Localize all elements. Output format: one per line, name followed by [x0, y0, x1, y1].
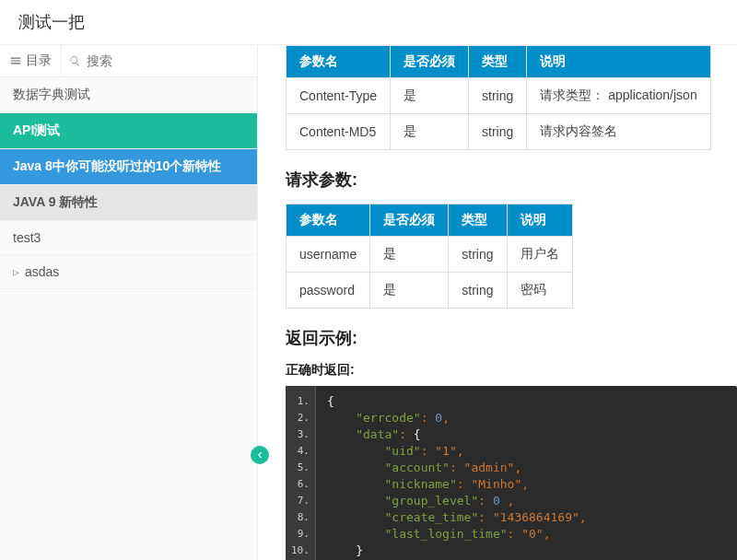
table-cell: Content-Type	[287, 78, 391, 114]
table-cell: Content-MD5	[287, 114, 391, 150]
table-cell: username	[287, 237, 370, 273]
table-header-cell: 说明	[507, 204, 572, 237]
table-cell: 密码	[507, 273, 572, 309]
line-numbers: 1.2.3.4.5.6.7.8.9.10.11.	[286, 386, 316, 560]
table-header-cell: 参数名	[287, 46, 391, 78]
return-example-heading: 返回示例:	[286, 327, 737, 349]
table-cell: string	[469, 78, 527, 114]
sidebar-item-3[interactable]: JAVA 9 新特性	[0, 185, 257, 221]
table-header-cell: 类型	[469, 46, 527, 78]
page-title: 测试一把	[0, 0, 737, 45]
search-input[interactable]	[87, 53, 250, 68]
params-table: 参数名是否必须类型说明 username是string用户名password是s…	[286, 204, 573, 309]
table-header-cell: 说明	[527, 46, 710, 78]
table-header-cell: 参数名	[287, 204, 370, 237]
table-cell: 请求类型： application/json	[527, 78, 710, 114]
sidebar-toolbar: 目录	[0, 45, 257, 77]
table-cell: password	[287, 273, 370, 309]
table-cell: string	[449, 237, 507, 273]
table-cell: string	[469, 114, 527, 150]
sidebar-item-1[interactable]: API测试	[0, 113, 257, 149]
search-icon	[69, 54, 81, 67]
code-block: 1.2.3.4.5.6.7.8.9.10.11. { "errcode": 0,…	[286, 386, 737, 560]
sidebar-item-5[interactable]: asdas	[0, 255, 257, 289]
chevron-left-icon	[255, 450, 264, 460]
table-cell: 是	[370, 273, 449, 309]
table-cell: 是	[391, 114, 469, 150]
search-wrap	[62, 48, 257, 74]
table-cell: string	[449, 273, 507, 309]
sidebar-item-2[interactable]: Java 8中你可能没听过的10个新特性	[0, 149, 257, 185]
table-cell: 是	[370, 237, 449, 273]
table-row: password是string密码	[287, 273, 573, 309]
table-header-cell: 是否必须	[370, 204, 449, 237]
headers-table: 参数名是否必须类型说明 Content-Type是string请求类型： app…	[286, 45, 711, 150]
content-area: 参数名是否必须类型说明 Content-Type是string请求类型： app…	[258, 45, 737, 560]
table-cell: 用户名	[507, 237, 572, 273]
correct-return-label: 正确时返回:	[286, 362, 737, 379]
code-content: { "errcode": 0, "data": { "uid": "1", "a…	[316, 386, 598, 560]
table-row: username是string用户名	[287, 237, 573, 273]
table-row: Content-MD5是string请求内容签名	[287, 114, 711, 150]
toc-label: 目录	[26, 52, 52, 69]
table-row: Content-Type是string请求类型： application/jso…	[287, 78, 711, 114]
sidebar-collapse-button[interactable]	[251, 446, 269, 464]
sidebar: 目录 数据字典测试API测试Java 8中你可能没听过的10个新特性JAVA 9…	[0, 45, 258, 560]
main-layout: 目录 数据字典测试API测试Java 8中你可能没听过的10个新特性JAVA 9…	[0, 45, 737, 560]
nav-list: 数据字典测试API测试Java 8中你可能没听过的10个新特性JAVA 9 新特…	[0, 77, 257, 289]
request-params-heading: 请求参数:	[286, 169, 737, 191]
menu-icon	[9, 54, 22, 67]
toc-button[interactable]: 目录	[0, 45, 62, 76]
sidebar-item-4[interactable]: test3	[0, 221, 257, 255]
table-header-cell: 是否必须	[391, 46, 469, 78]
table-cell: 是	[391, 78, 469, 114]
sidebar-item-0[interactable]: 数据字典测试	[0, 77, 257, 113]
table-header-cell: 类型	[449, 204, 507, 237]
table-cell: 请求内容签名	[527, 114, 710, 150]
